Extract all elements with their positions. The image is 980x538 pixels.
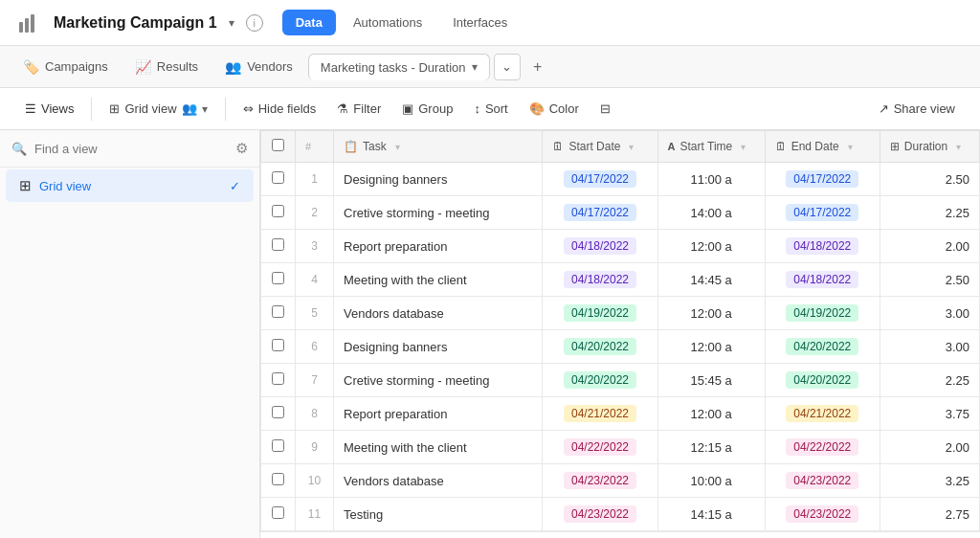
info-button[interactable]: i bbox=[246, 14, 263, 32]
app-title: Marketing Campaign 1 bbox=[54, 14, 217, 32]
search-input[interactable] bbox=[34, 142, 228, 156]
tab-marketing-tasks[interactable]: Marketing tasks - Duration ▾ bbox=[308, 54, 490, 80]
grid-view-button[interactable]: ⊞ Grid view 👥 ▾ bbox=[100, 97, 216, 121]
th-start-time[interactable]: A Start Time ▾ bbox=[657, 131, 765, 163]
hide-fields-button[interactable]: ⇔ Hide fields bbox=[234, 97, 326, 121]
sort-button[interactable]: ↕ Sort bbox=[464, 97, 517, 121]
active-check-icon: ✓ bbox=[230, 179, 240, 193]
group-button[interactable]: ▣ Group bbox=[392, 97, 462, 121]
row-checkbox[interactable] bbox=[272, 305, 284, 318]
add-row-button[interactable]: + bbox=[260, 531, 980, 538]
grid-icon: ⊞ bbox=[109, 101, 120, 116]
row-checkbox[interactable] bbox=[272, 473, 284, 485]
settings-icon[interactable]: ⚙ bbox=[235, 140, 248, 157]
task-cell: Cretive storming - meeting bbox=[334, 364, 543, 397]
row-checkbox[interactable] bbox=[272, 506, 284, 519]
tab-overflow-button[interactable]: ⌄ bbox=[494, 54, 521, 80]
row-checkbox[interactable] bbox=[272, 205, 284, 217]
row-checkbox[interactable] bbox=[272, 238, 284, 251]
main-layout: 🔍 ⚙ ⊞ Grid view ✓ # 📋 Ta bbox=[0, 130, 980, 538]
row-checkbox[interactable] bbox=[272, 171, 284, 184]
duration-cell: 2.25 bbox=[880, 196, 979, 230]
share-view-button[interactable]: ↗ Share view bbox=[869, 97, 965, 121]
start-time-cell: 14:00 a bbox=[657, 196, 765, 230]
row-checkbox-cell bbox=[261, 464, 296, 498]
start-time-cell: 14:45 a bbox=[657, 263, 765, 297]
th-start-date[interactable]: 🗓 Start Date ▾ bbox=[543, 131, 657, 163]
row-number: 8 bbox=[296, 397, 334, 431]
tab-bar: 🏷️ Campaigns 📈 Results 👥 Vendors Marketi… bbox=[0, 46, 980, 88]
task-cell: Cretive storming - meeting bbox=[334, 196, 543, 230]
filter-button[interactable]: ⚗ Filter bbox=[327, 97, 390, 121]
views-button[interactable]: ☰ Views bbox=[15, 97, 83, 121]
row-checkbox[interactable] bbox=[272, 406, 284, 418]
duration-col-icon: ⊞ bbox=[890, 140, 900, 153]
start-date-cell: 04/19/2022 bbox=[543, 297, 657, 330]
th-duration[interactable]: ⊞ Duration ▾ bbox=[880, 131, 979, 163]
start-date-cell: 04/17/2022 bbox=[543, 163, 657, 196]
start-time-cell: 12:00 a bbox=[657, 397, 765, 431]
th-row-num: # bbox=[296, 131, 334, 163]
end-date-cell: 04/20/2022 bbox=[765, 364, 880, 397]
sidebar: 🔍 ⚙ ⊞ Grid view ✓ bbox=[0, 130, 260, 538]
th-task[interactable]: 📋 Task ▾ bbox=[334, 131, 543, 163]
start-time-cell: 12:15 a bbox=[657, 431, 765, 464]
start-time-cell: 12:00 a bbox=[657, 297, 765, 330]
start-date-cell: 04/20/2022 bbox=[543, 330, 657, 364]
start-date-cell: 04/21/2022 bbox=[543, 397, 657, 431]
end-date-cell: 04/23/2022 bbox=[765, 498, 880, 531]
end-date-cell: 04/19/2022 bbox=[765, 297, 880, 330]
row-checkbox[interactable] bbox=[272, 439, 284, 452]
row-checkbox-cell bbox=[261, 330, 296, 364]
svg-rect-2 bbox=[31, 14, 34, 33]
sidebar-item-grid-view[interactable]: ⊞ Grid view ✓ bbox=[6, 169, 254, 202]
svg-rect-1 bbox=[25, 18, 29, 33]
th-end-date[interactable]: 🗓 End Date ▾ bbox=[765, 131, 880, 163]
color-button[interactable]: 🎨 Color bbox=[520, 97, 589, 121]
tab-automations[interactable]: Automations bbox=[340, 10, 435, 35]
title-dropdown-icon[interactable]: ▾ bbox=[229, 16, 234, 30]
row-number: 2 bbox=[296, 196, 334, 230]
row-checkbox[interactable] bbox=[272, 372, 284, 385]
tab-results[interactable]: 📈 Results bbox=[123, 54, 210, 80]
start-date-badge: 04/18/2022 bbox=[564, 271, 636, 288]
start-time-col-icon: A bbox=[668, 141, 676, 152]
start-date-badge: 04/20/2022 bbox=[564, 371, 636, 389]
tab-interfaces[interactable]: Interfaces bbox=[439, 10, 521, 35]
sidebar-item-label: Grid view bbox=[39, 179, 222, 193]
toolbar-divider-2 bbox=[225, 98, 226, 121]
select-all-checkbox[interactable] bbox=[272, 139, 284, 151]
duration-cell: 2.00 bbox=[880, 230, 979, 263]
duration-cell: 3.00 bbox=[880, 330, 979, 364]
filter-icon: ⚗ bbox=[337, 101, 348, 116]
tab-campaigns[interactable]: 🏷️ Campaigns bbox=[11, 54, 120, 80]
task-sort-icon: ▾ bbox=[395, 142, 400, 152]
start-date-cell: 04/22/2022 bbox=[543, 431, 657, 464]
grid-view-dropdown-icon[interactable]: ▾ bbox=[202, 102, 208, 116]
row-checkbox[interactable] bbox=[272, 339, 284, 351]
tab-vendors[interactable]: 👥 Vendors bbox=[213, 54, 304, 80]
end-date-cell: 04/20/2022 bbox=[765, 330, 880, 364]
task-cell: Report preparation bbox=[334, 397, 543, 431]
tab-data[interactable]: Data bbox=[282, 10, 336, 35]
results-icon: 📈 bbox=[135, 59, 151, 75]
table-header-row: # 📋 Task ▾ 🗓 Start Date ▾ bbox=[261, 131, 980, 163]
end-date-badge: 04/18/2022 bbox=[786, 271, 858, 288]
task-cell: Designing banners bbox=[334, 330, 543, 364]
app-icon bbox=[15, 10, 42, 36]
task-col-icon: 📋 bbox=[344, 140, 358, 153]
tab-dropdown-icon[interactable]: ▾ bbox=[472, 60, 478, 74]
end-date-badge: 04/20/2022 bbox=[786, 371, 858, 389]
row-checkbox-cell bbox=[261, 431, 296, 464]
row-number: 3 bbox=[296, 230, 334, 263]
row-checkbox[interactable] bbox=[272, 272, 284, 284]
add-tab-button[interactable]: + bbox=[524, 54, 551, 80]
row-height-button[interactable]: ⊟ bbox=[590, 97, 620, 121]
duration-sort-icon: ▾ bbox=[956, 142, 961, 152]
start-date-cell: 04/17/2022 bbox=[543, 196, 657, 230]
end-date-badge: 04/22/2022 bbox=[786, 438, 858, 456]
table-row: 5 Vendors database 04/19/2022 12:00 a 04… bbox=[261, 297, 980, 330]
row-checkbox-cell bbox=[261, 297, 296, 330]
end-date-badge: 04/20/2022 bbox=[786, 338, 858, 355]
search-icon: 🔍 bbox=[11, 142, 27, 156]
